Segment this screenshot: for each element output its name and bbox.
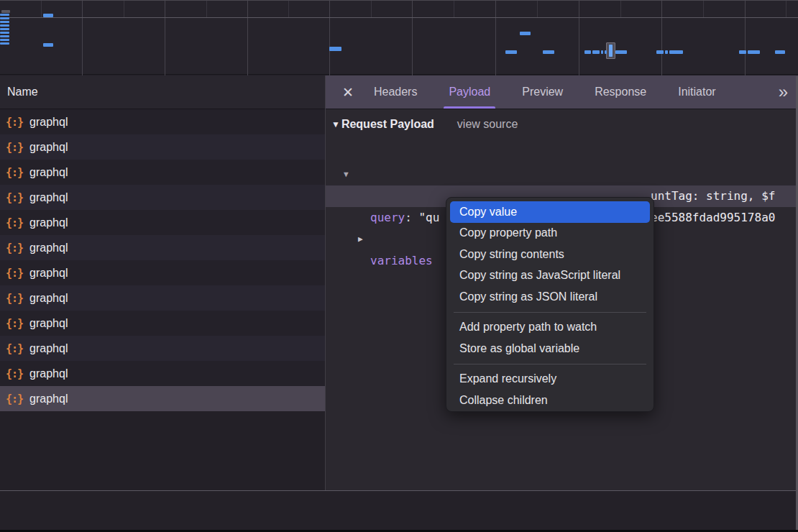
request-timing-bar (605, 50, 607, 54)
tab-label: Initiator (678, 86, 715, 98)
active-tab-underline (444, 106, 495, 109)
collapse-triangle-icon[interactable]: ▼ (331, 119, 340, 129)
request-row[interactable]: {:}graphql (0, 260, 325, 285)
request-name-label: graphql (29, 292, 68, 305)
request-name-label: graphql (29, 367, 68, 380)
request-timing-bar (0, 24, 9, 27)
json-resource-icon: {:} (6, 216, 23, 229)
request-name-label: graphql (29, 317, 68, 330)
tab-label: Response (595, 86, 646, 98)
menu-item-copy-string-contents[interactable]: Copy string contents (446, 244, 653, 265)
tab-preview[interactable]: Preview (522, 75, 563, 109)
tab-label: Preview (522, 86, 563, 98)
tab-headers[interactable]: Headers (374, 75, 417, 109)
json-resource-icon: {:} (6, 342, 23, 355)
timeline-gridline-minor (41, 1, 42, 17)
json-resource-icon: {:} (6, 317, 23, 330)
request-row[interactable]: {:}graphql (0, 160, 325, 185)
tab-response[interactable]: Response (595, 75, 646, 109)
request-timing-bar (0, 21, 9, 23)
menu-item-copy-string-as-json-literal[interactable]: Copy string as JSON literal (446, 286, 653, 308)
expand-triangle-icon[interactable]: ▶ (358, 229, 363, 250)
request-row[interactable]: {:}graphql (0, 210, 325, 235)
tab-payload[interactable]: Payload (449, 75, 490, 109)
request-row[interactable]: {:}graphql (0, 361, 325, 386)
more-tabs-icon[interactable]: » (779, 83, 786, 101)
timeline-gridline-minor (124, 1, 124, 17)
timeline-gridline-minor (206, 1, 207, 17)
network-overview-timeline[interactable] (0, 0, 798, 75)
request-timing-bar (543, 50, 554, 54)
request-timing-bar (615, 50, 627, 54)
timeline-gridline-minor (703, 1, 704, 17)
menu-item-copy-value[interactable]: Copy value (450, 201, 650, 223)
request-timing-bar (601, 50, 603, 54)
operation-name-row[interactable]: operationName: "ipFlowTimeseries" (326, 164, 798, 185)
menu-item-copy-property-path[interactable]: Copy property path (446, 223, 653, 244)
request-row[interactable]: {:}graphql (0, 235, 325, 260)
tab-label: Payload (449, 86, 490, 98)
request-name-label: graphql (29, 216, 68, 229)
query-value-right-fragment: untTag: string, $f (651, 185, 775, 207)
menu-item-expand-recursively[interactable]: Expand recursively (446, 369, 653, 390)
json-resource-icon: {:} (6, 292, 23, 305)
tab-initiator[interactable]: Initiator (678, 75, 715, 109)
view-source-link[interactable]: view source (457, 118, 518, 131)
request-timing-bar (520, 32, 531, 35)
request-name-label: graphql (29, 342, 68, 355)
timeline-gridline-minor (454, 1, 454, 17)
request-timing-bar (665, 50, 668, 54)
section-title: Request Payload (341, 118, 434, 131)
json-resource-icon: {:} (6, 191, 23, 204)
timeline-gridline-minor (288, 1, 289, 17)
request-row[interactable]: {:}graphql (0, 109, 325, 134)
menu-item-copy-string-as-javascript-literal[interactable]: Copy string as JavaScript literal (446, 265, 653, 287)
pane-divider[interactable] (325, 75, 326, 530)
request-timing-bar (0, 35, 9, 37)
timeline-gridline-major (165, 1, 165, 75)
request-list: {:}graphql{:}graphql{:}graphql{:}graphql… (0, 109, 325, 490)
request-timing-bar (1, 10, 10, 13)
request-name-label: graphql (29, 166, 68, 179)
request-timing-bar (609, 45, 613, 57)
request-timing-bar (0, 28, 9, 30)
request-timing-bar (0, 14, 9, 16)
timeline-gridline-major (661, 1, 662, 75)
request-row[interactable]: {:}graphql (0, 134, 325, 160)
json-resource-icon: {:} (6, 116, 23, 129)
timeline-gridline-major (579, 1, 579, 75)
request-timing-bar (329, 47, 341, 51)
menu-separator (454, 364, 646, 364)
request-timing-bar (43, 14, 53, 17)
request-name-label: graphql (29, 242, 68, 254)
timeline-gridline-major (329, 1, 330, 75)
request-name-label: graphql (29, 267, 68, 280)
name-column-header[interactable]: Name (0, 75, 325, 109)
close-icon[interactable]: ✕ (342, 84, 354, 101)
tab-label: Headers (374, 86, 417, 98)
timeline-gridline-minor (620, 1, 621, 17)
json-resource-icon: {:} (6, 393, 23, 405)
request-timing-bar (505, 50, 517, 54)
request-timing-bar (748, 50, 760, 54)
timeline-gridline-major (82, 1, 83, 75)
request-timing-bar (669, 50, 683, 54)
request-timing-bar (739, 50, 746, 54)
menu-item-store-as-global-variable[interactable]: Store as global variable (446, 338, 653, 359)
request-timing-bar (0, 32, 9, 34)
timeline-gridline-major (745, 1, 746, 75)
timeline-band-divider (0, 17, 798, 18)
request-row[interactable]: {:}graphql (0, 185, 325, 210)
tabs-container: HeadersPayloadPreviewResponseInitiator (374, 75, 716, 109)
request-row[interactable]: {:}graphql (0, 386, 325, 411)
request-timing-bar (584, 50, 591, 54)
timeline-gridline-minor (786, 1, 786, 17)
request-timing-bar (43, 43, 53, 47)
request-timing-bar (775, 50, 785, 54)
request-row[interactable]: {:}graphql (0, 336, 325, 361)
payload-preview-row[interactable]: ▼ {operationName: "ipFlowTimeseries", va… (326, 142, 798, 164)
menu-item-collapse-children[interactable]: Collapse children (446, 390, 653, 411)
menu-item-add-property-path-to-watch[interactable]: Add property path to watch (446, 317, 653, 339)
request-row[interactable]: {:}graphql (0, 311, 325, 336)
request-row[interactable]: {:}graphql (0, 285, 325, 311)
